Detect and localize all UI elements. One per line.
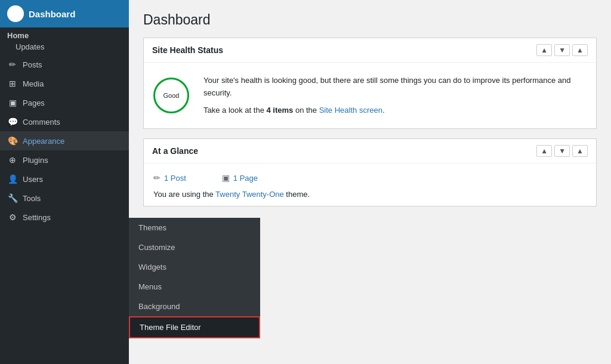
health-status-label: Good (163, 92, 180, 99)
health-description: Your site's health is looking good, but … (203, 75, 587, 100)
at-a-glance-collapse-btn[interactable]: ▲ (536, 145, 552, 157)
glance-page-count[interactable]: ▣ 1 Page (222, 173, 258, 183)
site-health-header: Site Health Status ▲ ▼ ▲ (144, 38, 596, 63)
site-health-widget: Site Health Status ▲ ▼ ▲ Good Your site'… (143, 38, 597, 129)
health-text: Your site's health is looking good, but … (203, 75, 587, 116)
submenu-item-customize[interactable]: Customize (129, 237, 260, 257)
sidebar-item-tools[interactable]: 🔧 Tools (0, 189, 129, 208)
pages-icon: ▣ (7, 98, 18, 107)
submenu-item-widgets[interactable]: Widgets (129, 257, 260, 277)
at-a-glance-body: ✏ 1 Post ▣ 1 Page You are using the Twen… (144, 164, 596, 206)
at-a-glance-header: At a Glance ▲ ▼ ▲ (144, 139, 596, 164)
page-icon: ▣ (222, 173, 230, 183)
media-icon: ⊞ (7, 79, 18, 88)
wp-logo-icon: W (7, 5, 24, 22)
sidebar-item-home[interactable]: Home (0, 27, 129, 41)
sidebar-item-users[interactable]: 👤 Users (0, 169, 129, 189)
plugins-icon: ⊕ (7, 155, 18, 165)
page-title: Dashboard (143, 12, 597, 28)
at-a-glance-hide-btn[interactable]: ▲ (572, 145, 588, 157)
sidebar-item-comments[interactable]: 💬 Comments (0, 112, 129, 131)
sidebar-item-plugins[interactable]: ⊕ Plugins (0, 150, 129, 169)
site-health-expand-btn[interactable]: ▼ (554, 44, 570, 56)
appearance-icon: 🎨 (7, 136, 18, 146)
post-icon: ✏ (153, 173, 161, 183)
sidebar-item-appearance[interactable]: 🎨 Appearance (0, 131, 129, 150)
sidebar-header: W Dashboard (0, 0, 129, 27)
submenu-item-themes[interactable]: Themes (129, 218, 260, 237)
site-health-title: Site Health Status (152, 45, 223, 55)
glance-row: ✏ 1 Post ▣ 1 Page (153, 171, 587, 185)
sidebar-header-title: Dashboard (29, 9, 75, 19)
submenu-item-menus[interactable]: Menus (129, 277, 260, 297)
at-a-glance-expand-btn[interactable]: ▼ (554, 145, 570, 157)
submenu-item-theme-file-editor[interactable]: Theme File Editor (129, 316, 260, 338)
sidebar-item-updates[interactable]: Updates (0, 41, 129, 55)
sidebar-item-pages[interactable]: ▣ Pages (0, 93, 129, 112)
sidebar-item-posts[interactable]: ✏ Posts (0, 55, 129, 74)
site-health-body: Good Your site's health is looking good,… (144, 63, 596, 128)
users-icon: 👤 (7, 174, 18, 184)
at-a-glance-title: At a Glance (152, 146, 198, 156)
tools-icon: 🔧 (7, 193, 18, 203)
posts-icon: ✏ (7, 60, 18, 69)
site-health-screen-link[interactable]: Site Health screen (319, 106, 382, 115)
glance-theme-row: You are using the Twenty Twenty-One them… (153, 185, 587, 199)
at-a-glance-widget: At a Glance ▲ ▼ ▲ ✏ 1 Post ▣ 1 Page (143, 138, 597, 206)
health-items-text: Take a look at the 4 items on the Site H… (203, 104, 587, 117)
sidebar-item-media[interactable]: ⊞ Media (0, 74, 129, 93)
comments-icon: 💬 (7, 117, 18, 127)
theme-link[interactable]: Twenty Twenty-One (215, 190, 284, 199)
submenu-item-background[interactable]: Background (129, 297, 260, 316)
at-a-glance-controls: ▲ ▼ ▲ (536, 145, 588, 157)
site-health-controls: ▲ ▼ ▲ (536, 44, 588, 56)
site-health-hide-btn[interactable]: ▲ (572, 44, 588, 56)
site-health-collapse-btn[interactable]: ▲ (536, 44, 552, 56)
settings-icon: ⚙ (7, 212, 18, 222)
sidebar-item-settings[interactable]: ⚙ Settings (0, 208, 129, 227)
glance-post-count[interactable]: ✏ 1 Post (153, 173, 186, 183)
appearance-submenu: Themes Customize Widgets Menus Backgroun… (129, 218, 260, 338)
health-circle: Good (153, 78, 189, 113)
